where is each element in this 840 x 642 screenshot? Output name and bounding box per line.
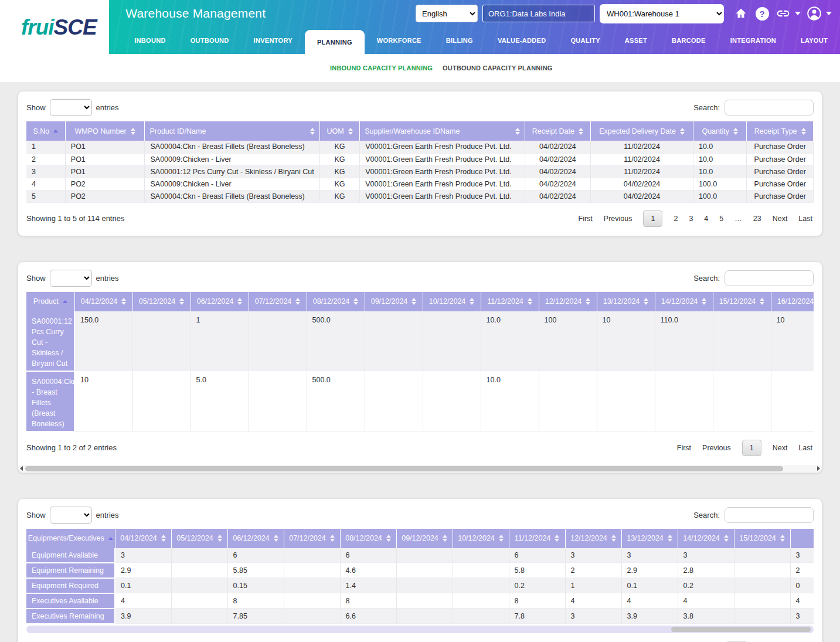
column-header-product[interactable]: Product bbox=[26, 292, 74, 311]
column-header-07-12-2024[interactable]: 07/12/2024 bbox=[249, 292, 307, 311]
warehouse-select[interactable]: WH001:Warehouse 1 bbox=[600, 4, 724, 23]
column-header-12-12-2024[interactable]: 12/12/2024 bbox=[565, 529, 621, 548]
scroll-right-icon[interactable] bbox=[817, 466, 820, 471]
entries-per-page-select[interactable] bbox=[50, 99, 92, 116]
pagination: FirstPrevious12345…23NextLast bbox=[579, 210, 812, 227]
column-header-09-12-2024[interactable]: 09/12/2024 bbox=[396, 529, 453, 548]
scrollbar-thumb[interactable] bbox=[671, 627, 811, 632]
page-5[interactable]: 5 bbox=[719, 215, 723, 223]
entries-per-page-select[interactable] bbox=[50, 270, 92, 287]
horizontal-scrollbar[interactable] bbox=[26, 626, 814, 633]
table-scroll-region[interactable]: Equipments/Executives04/12/202405/12/202… bbox=[26, 529, 814, 624]
column-header-receipt-type[interactable]: Receipt Type bbox=[747, 121, 814, 141]
column-header-16-12-2024[interactable]: 16/12/2024 bbox=[771, 292, 814, 311]
page-previous[interactable]: Previous bbox=[702, 444, 731, 452]
column-header-wmpo-number[interactable]: WMPO Number bbox=[65, 121, 145, 141]
nav-tab-quality[interactable]: QUALITY bbox=[558, 27, 612, 54]
sort-icon bbox=[680, 128, 685, 135]
column-header-11-12-2024[interactable]: 11/12/2024 bbox=[509, 529, 565, 548]
column-header-uom[interactable]: UOM bbox=[319, 121, 359, 141]
column-header-09-12-2024[interactable]: 09/12/2024 bbox=[365, 292, 423, 311]
page-3[interactable]: 3 bbox=[689, 215, 693, 223]
page-first[interactable]: First bbox=[579, 215, 593, 223]
column-header-equipments-executives[interactable]: Equipments/Executives bbox=[26, 529, 115, 548]
nav-tab-outbound[interactable]: OUTBOUND bbox=[178, 27, 242, 54]
scroll-left-icon[interactable] bbox=[20, 466, 23, 471]
column-header-07-12-2024[interactable]: 07/12/2024 bbox=[284, 529, 340, 548]
table-scroll-region[interactable]: Product04/12/202405/12/202406/12/202407/… bbox=[26, 292, 814, 432]
search-input[interactable] bbox=[725, 100, 814, 116]
column-header-10-12-2024[interactable]: 10/12/2024 bbox=[423, 292, 481, 311]
scrollbar-thumb[interactable] bbox=[25, 466, 783, 471]
column-header-13-12-2024[interactable]: 13/12/2024 bbox=[621, 529, 678, 548]
user-icon[interactable] bbox=[807, 6, 822, 21]
user-caret-down-icon[interactable] bbox=[826, 12, 832, 15]
page-1[interactable]: 1 bbox=[742, 440, 761, 456]
horizontal-scrollbar[interactable] bbox=[18, 465, 822, 473]
column-header-04-12-2024[interactable]: 04/12/2024 bbox=[74, 292, 132, 311]
nav-tab-barcode[interactable]: BARCODE bbox=[659, 27, 718, 54]
column-header-10-12-2024[interactable]: 10/12/2024 bbox=[453, 529, 509, 548]
organization-field[interactable] bbox=[482, 5, 595, 22]
page-next[interactable]: Next bbox=[773, 444, 788, 452]
table-scroll-region[interactable]: S.NoWMPO NumberProduct ID/NameUOMSupplie… bbox=[26, 121, 814, 203]
column-header-product-id-name[interactable]: Product ID/Name bbox=[145, 121, 319, 141]
search-input[interactable] bbox=[725, 507, 814, 523]
nav-tab-billing[interactable]: BILLING bbox=[434, 27, 485, 54]
column-header-blank[interactable] bbox=[790, 529, 814, 548]
page-previous[interactable]: Previous bbox=[604, 215, 632, 223]
page-last[interactable]: Last bbox=[798, 444, 812, 452]
column-header-12-12-2024[interactable]: 12/12/2024 bbox=[539, 292, 597, 311]
page-2[interactable]: 2 bbox=[674, 215, 678, 223]
column-header-supplier-warehouse-idname[interactable]: Supplier/Warehouse IDName bbox=[360, 121, 525, 141]
page-first[interactable]: First bbox=[677, 444, 691, 452]
subnav-outbound-capacity-planning[interactable]: OUTBOUND CAPACITY PLANNING bbox=[443, 64, 553, 72]
data-cell bbox=[734, 563, 790, 578]
sort-icon bbox=[555, 535, 559, 542]
column-header-14-12-2024[interactable]: 14/12/2024 bbox=[678, 529, 734, 548]
page-23[interactable]: 23 bbox=[753, 215, 761, 223]
search-input[interactable] bbox=[725, 270, 814, 286]
nav-tab-value-added[interactable]: VALUE-ADDED bbox=[485, 27, 559, 54]
nav-tab-inbound[interactable]: INBOUND bbox=[122, 27, 178, 54]
data-cell: 10.0 bbox=[481, 311, 539, 371]
column-header-04-12-2024[interactable]: 04/12/2024 bbox=[115, 529, 171, 548]
link-caret-down-icon[interactable] bbox=[795, 12, 801, 15]
column-header-11-12-2024[interactable]: 11/12/2024 bbox=[481, 292, 539, 311]
home-icon[interactable] bbox=[733, 6, 749, 21]
page-next[interactable]: Next bbox=[773, 215, 788, 223]
data-cell: 3 bbox=[790, 609, 814, 624]
column-header-14-12-2024[interactable]: 14/12/2024 bbox=[655, 292, 713, 311]
nav-tab-workforce[interactable]: WORKFORCE bbox=[365, 27, 434, 54]
column-header-quantity[interactable]: Quantity bbox=[693, 121, 746, 141]
table-row: Equipment Required0.10.151.40.210.10.20 bbox=[26, 578, 814, 593]
column-header-08-12-2024[interactable]: 08/12/2024 bbox=[307, 292, 365, 311]
column-header-15-12-2024[interactable]: 15/12/2024 bbox=[713, 292, 771, 311]
nav-tab-asset[interactable]: ASSET bbox=[613, 27, 659, 54]
column-label: 10/12/2024 bbox=[429, 297, 466, 305]
page-1[interactable]: 1 bbox=[643, 210, 662, 227]
column-header-15-12-2024[interactable]: 15/12/2024 bbox=[734, 529, 790, 548]
data-cell bbox=[453, 563, 509, 578]
column-header-receipt-date[interactable]: Receipt Date bbox=[525, 121, 591, 141]
help-icon[interactable]: ? bbox=[754, 6, 770, 21]
nav-tab-integration[interactable]: INTEGRATION bbox=[718, 27, 788, 54]
data-cell bbox=[284, 578, 340, 593]
nav-tab-planning[interactable]: PLANNING bbox=[305, 30, 365, 54]
column-header-s-no[interactable]: S.No bbox=[26, 121, 65, 141]
language-select[interactable]: English bbox=[416, 5, 478, 22]
nav-tab-inventory[interactable]: INVENTORY bbox=[242, 27, 305, 54]
column-header-05-12-2024[interactable]: 05/12/2024 bbox=[171, 529, 227, 548]
page-last[interactable]: Last bbox=[798, 215, 812, 223]
link-icon[interactable] bbox=[776, 6, 791, 21]
subnav-inbound-capacity-planning[interactable]: INBOUND CAPACITY PLANNING bbox=[330, 64, 433, 72]
column-header-05-12-2024[interactable]: 05/12/2024 bbox=[132, 292, 191, 311]
nav-tab-layout[interactable]: LAYOUT bbox=[788, 27, 840, 54]
column-header-06-12-2024[interactable]: 06/12/2024 bbox=[227, 529, 284, 548]
column-header-08-12-2024[interactable]: 08/12/2024 bbox=[340, 529, 396, 548]
column-header-13-12-2024[interactable]: 13/12/2024 bbox=[597, 292, 655, 311]
page-4[interactable]: 4 bbox=[704, 215, 708, 223]
column-header-06-12-2024[interactable]: 06/12/2024 bbox=[191, 292, 249, 311]
column-header-expected-delivery-date[interactable]: Expected Delivery Date bbox=[591, 121, 693, 141]
entries-per-page-select[interactable] bbox=[50, 507, 92, 524]
